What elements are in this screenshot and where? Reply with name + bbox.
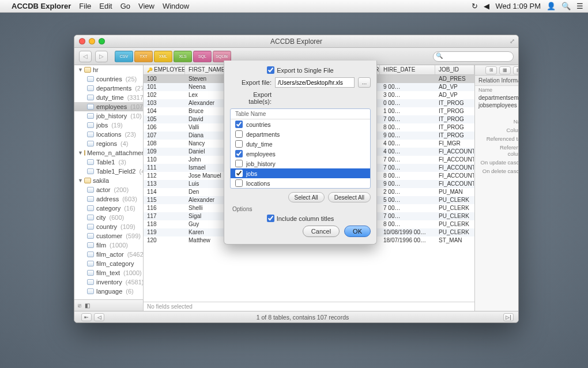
sidebar-item[interactable]: address(603) [74, 194, 143, 204]
sidebar-item[interactable]: country(109) [74, 222, 143, 231]
window-titlebar[interactable]: ACCDB Explorer ⤢ [74, 35, 518, 48]
tables-listbox[interactable]: Table Name countriesdepartmentsduty_time… [230, 108, 371, 189]
sidebar-item[interactable]: film_actor(5462) [74, 250, 143, 259]
nav-back-button[interactable]: ◁ [79, 51, 92, 62]
sidebar-item[interactable]: departments(27) [74, 84, 143, 93]
inspector-tab[interactable]: ▤ [513, 66, 518, 74]
export-table-row[interactable]: locations [231, 178, 370, 188]
export-csv-button[interactable]: CSV [115, 51, 133, 62]
sidebar-group[interactable]: ▼sakila [74, 176, 143, 185]
user-icon[interactable]: 👤 [546, 2, 556, 10]
table-cell: ST_MAN [435, 236, 474, 245]
export-table-row[interactable]: job_history [231, 159, 370, 168]
menubar-clock[interactable]: Wed 1:09 PM [495, 2, 541, 10]
table-cell: PU_CLERK [435, 196, 474, 204]
nav-forward-button[interactable]: ▷ [95, 51, 108, 62]
table-cell: 8 00… [380, 123, 435, 132]
table-cell: IT_PROG [435, 107, 474, 115]
export-table-row[interactable]: departments [231, 129, 370, 139]
window-minimize-button[interactable] [89, 38, 95, 44]
sidebar-footer-icon[interactable]: ◧ [85, 302, 90, 309]
table-cell: 8 00… [380, 172, 435, 180]
sidebar-item[interactable]: regions(4) [74, 139, 143, 148]
sidebar-item[interactable]: jobs(19) [74, 121, 143, 130]
export-table-row[interactable]: employees [231, 149, 370, 159]
export-table-row[interactable]: duty_time [231, 139, 370, 149]
window-expand-icon[interactable]: ⤢ [510, 37, 515, 45]
volume-icon[interactable]: ◀ [484, 2, 489, 10]
table-cell: 119 [144, 228, 185, 236]
sidebar-item[interactable]: job_history(10) [74, 111, 143, 121]
spotlight-icon[interactable]: 🔍 [561, 2, 571, 10]
time-machine-icon[interactable]: ↻ [472, 2, 478, 10]
sidebar-group[interactable]: ▼Memo_n_attachment2 [74, 148, 143, 157]
inspector-tab[interactable]: ⊞ [485, 66, 497, 74]
sidebar-item[interactable]: inventory(4581) [74, 277, 143, 287]
sidebar-item[interactable]: locations(23) [74, 130, 143, 139]
table-cell: 104 [144, 107, 185, 115]
inspector-list-item[interactable]: departmentsemployees [475, 94, 518, 102]
export-table-name: job_history [246, 160, 276, 167]
inspector-subhead: Name [475, 86, 518, 94]
window-zoom-button[interactable] [99, 38, 105, 44]
select-all-button[interactable]: Select All [288, 192, 325, 202]
sidebar-item[interactable]: countries(25) [74, 74, 143, 84]
window-close-button[interactable] [79, 38, 85, 44]
include-titles-checkbox[interactable] [267, 215, 274, 222]
export-table-checkbox[interactable] [235, 160, 243, 167]
column-header[interactable]: EMPLOYEE_ID [144, 65, 185, 74]
toolbar-search[interactable] [433, 51, 514, 62]
export-file-input[interactable] [275, 77, 355, 88]
column-header[interactable]: HIRE_DATE [380, 65, 435, 74]
status-prev-button[interactable]: ◁ [94, 313, 104, 321]
export-xls-button[interactable]: XLS [174, 51, 192, 62]
export-single-file-checkbox[interactable] [267, 66, 274, 74]
app-menu[interactable]: ACCDB Explorer [12, 2, 71, 10]
sidebar-item[interactable]: actor(200) [74, 185, 143, 194]
sidebar-item[interactable]: film_text(1000) [74, 268, 143, 277]
sidebar-group[interactable]: ▼hr [74, 65, 143, 74]
menu-view[interactable]: View [138, 2, 154, 10]
deselect-all-button[interactable]: Deselect All [328, 192, 371, 202]
menu-window[interactable]: Window [163, 2, 189, 10]
sidebar-item[interactable]: employees(107) [74, 102, 143, 111]
export-table-row[interactable]: jobs [231, 168, 370, 178]
cancel-button[interactable]: Cancel [303, 226, 340, 237]
inspector-tab[interactable]: ▦ [499, 66, 511, 74]
menu-edit[interactable]: Edit [99, 2, 112, 10]
sidebar-item[interactable]: duty_time(3317) [74, 93, 143, 102]
sidebar-item[interactable]: Table1(3) [74, 157, 143, 167]
export-table-checkbox[interactable] [235, 121, 243, 128]
column-header[interactable]: JOB_ID [435, 65, 474, 74]
export-table-checkbox[interactable] [235, 179, 243, 187]
export-xml-button[interactable]: XML [154, 51, 172, 62]
sidebar-footer-icon[interactable]: ⎚ [78, 302, 81, 309]
status-first-button[interactable]: ⇤ [81, 313, 92, 321]
search-input[interactable] [445, 52, 508, 61]
sidebar-item[interactable]: film(1000) [74, 241, 143, 250]
export-table-checkbox[interactable] [235, 170, 243, 177]
table-cell: AD_VP [435, 91, 474, 99]
export-txt-button[interactable]: TXT [134, 51, 153, 62]
inspector-heading: Relation Information [475, 76, 518, 86]
status-last-button[interactable]: ▷| [503, 313, 514, 321]
sidebar-item[interactable]: film_category [74, 259, 143, 268]
notification-center-icon[interactable]: ☰ [576, 2, 583, 10]
browse-button[interactable]: … [358, 77, 371, 88]
sidebar-item[interactable]: city(600) [74, 213, 143, 222]
sidebar-item[interactable]: customer(599) [74, 231, 143, 241]
sidebar-item[interactable]: category(16) [74, 204, 143, 213]
sidebar-item[interactable]: language(6) [74, 287, 143, 296]
export-table-checkbox[interactable] [235, 140, 243, 148]
export-table-row[interactable]: countries [231, 119, 370, 129]
export-table-checkbox[interactable] [235, 150, 243, 157]
table-cell: 107 [144, 132, 185, 140]
export-table-checkbox[interactable] [235, 130, 243, 138]
ok-button[interactable]: OK [344, 226, 371, 237]
table-cell: 109 [144, 148, 185, 156]
menu-file[interactable]: File [79, 2, 91, 10]
menu-go[interactable]: Go [120, 2, 130, 10]
inspector-list-item[interactable]: jobsemployees [475, 102, 518, 109]
export-sql-button[interactable]: SQL [193, 51, 212, 62]
sidebar-item[interactable]: Table1_Field2(4) [74, 167, 143, 176]
